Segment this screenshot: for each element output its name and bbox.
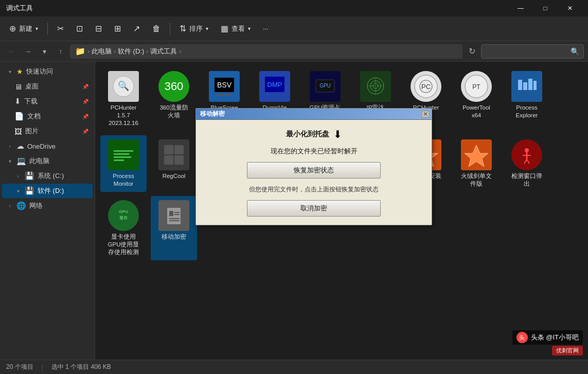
cancel-encrypt-button[interactable]: 取消加密 [247, 200, 381, 217]
file-item-procmon[interactable]: ProcessMonitor [100, 135, 147, 192]
pin-icon-3: 📌 [82, 114, 88, 119]
sidebar-item-sys-drive[interactable]: › 💾 系统 (C:) [2, 169, 93, 183]
onedrive-expand-icon: › [6, 143, 13, 150]
file-label: PCHunter1.5.72023.12.16 [109, 104, 138, 127]
svg-rect-37 [164, 145, 173, 154]
file-label: RegCool [163, 172, 186, 180]
svg-rect-40 [174, 155, 184, 165]
this-pc-expand-icon: ▾ [6, 157, 13, 165]
file-label: ProcessExplorer [516, 104, 538, 119]
svg-rect-70 [169, 218, 180, 219]
svg-rect-34 [114, 156, 131, 158]
svg-rect-33 [114, 153, 129, 155]
view-icon: ▦ [221, 24, 228, 33]
sidebar: ▾ ★ 快速访问 🖥 桌面 📌 ⬇ 下载 📌 📄 文档 📌 🖼 图片 📌 › ☁ [0, 62, 95, 360]
delete-icon: 🗑 [152, 24, 161, 33]
file-item-powertool[interactable]: PT PowerToolx64 [453, 67, 500, 131]
file-label: 显卡使用GPU使用显存使用检测 [108, 233, 139, 256]
svg-rect-32 [114, 150, 133, 152]
svg-rect-7 [218, 94, 224, 96]
svg-rect-71 [169, 220, 180, 221]
refresh-button[interactable]: ↻ [465, 44, 479, 59]
search-box[interactable]: 🔍 [481, 44, 584, 59]
downloads-icon: ⬇ [14, 97, 21, 106]
pin-icon-2: 📌 [82, 99, 88, 104]
new-button[interactable]: ⊕ 新建 ▾ [4, 21, 43, 37]
up-button[interactable]: ↑ [54, 44, 68, 59]
restore-encrypt-button[interactable]: 恢复加密状态 [247, 162, 381, 179]
svg-rect-39 [164, 155, 173, 165]
more-button[interactable]: ··· [258, 22, 274, 35]
window-title: 调式工具 [6, 4, 33, 13]
sidebar-item-downloads[interactable]: ⬇ 下载 📌 [2, 94, 93, 109]
svg-rect-30 [533, 81, 537, 90]
svg-rect-28 [523, 82, 527, 90]
file-item-360[interactable]: 360 360流量防火墙 [151, 67, 197, 131]
file-label: 检测窗口弹出 [511, 172, 542, 188]
recent-button[interactable]: ▾ [37, 44, 51, 59]
paste-button[interactable]: ⊟ [90, 21, 107, 37]
soft-drive-expand-icon: ▾ [14, 187, 22, 194]
forward-button[interactable]: → [21, 44, 35, 59]
file-item-pchunter157[interactable]: 🔍 PCHunter1.5.72023.12.16 [100, 67, 147, 131]
sidebar-item-documents[interactable]: 📄 文档 📌 [2, 109, 93, 123]
svg-rect-68 [174, 212, 180, 213]
move-icon: ⊞ [114, 24, 121, 33]
file-item-regcool[interactable]: RegCool [151, 135, 197, 192]
file-item-move[interactable]: 移动加密 [151, 196, 197, 260]
dialog-header-row: 最小化到托盘 ⬇ [286, 128, 342, 140]
breadcrumb[interactable]: 📁 › 此电脑 › 软件 (D:) › 调式工具 › [70, 44, 462, 59]
file-item-detect[interactable]: 检测窗口弹出 [504, 135, 550, 192]
svg-rect-27 [518, 80, 522, 90]
svg-rect-35 [114, 159, 124, 161]
new-dropdown-icon: ▾ [35, 26, 38, 31]
sidebar-item-desktop[interactable]: 🖥 桌面 📌 [2, 79, 93, 94]
sidebar-item-pictures[interactable]: 🖼 图片 📌 [2, 124, 93, 138]
onedrive-label: OneDrive [27, 143, 56, 150]
cut-button[interactable]: ✂ [52, 21, 69, 37]
sidebar-section-quick-access[interactable]: ▾ ★ 快速访问 [2, 64, 93, 79]
breadcrumb-pc[interactable]: 此电脑 [92, 47, 112, 56]
toolbar-separator-2 [170, 23, 170, 35]
sidebar-section-onedrive[interactable]: › ☁ OneDrive [2, 139, 93, 153]
delete-button[interactable]: 🗑 [147, 21, 166, 37]
back-button[interactable]: ← [4, 44, 19, 59]
status-selected: 选中 1 个项目 406 KB [51, 363, 111, 371]
copy-button[interactable]: ⊡ [71, 21, 88, 37]
cut-icon: ✂ [57, 24, 64, 33]
file-item-gpu2[interactable]: GPU显存 显卡使用GPU使用显存使用检测 [100, 196, 147, 260]
svg-text:PC: PC [421, 83, 431, 91]
more-label: ··· [263, 25, 269, 32]
view-label: 查看 [231, 24, 245, 33]
move-button[interactable]: ⊞ [109, 21, 126, 37]
svg-text:🔍: 🔍 [118, 80, 130, 92]
file-item-sword-single[interactable]: 火绒剑单文件版 [453, 135, 500, 192]
toolbar: ⊕ 新建 ▾ ✂ ⊡ ⊟ ⊞ ↗ 🗑 ⇅ 排序 ▾ ▦ 查看 ▾ ··· [0, 16, 588, 41]
view-button[interactable]: ▦ 查看 ▾ [216, 21, 256, 37]
sidebar-section-network[interactable]: › 🌐 网络 [2, 199, 93, 213]
status-total: 20 个项目 [6, 363, 33, 371]
status-bar: 20 个项目 | 选中 1 个项目 406 KB [0, 360, 588, 374]
share-button[interactable]: ↗ [128, 21, 145, 37]
dialog-close-button[interactable]: ✕ [421, 111, 430, 118]
minimize-button[interactable]: — [509, 0, 532, 16]
pictures-label: 图片 [25, 127, 39, 136]
desktop-label: 桌面 [25, 82, 39, 91]
svg-rect-69 [174, 214, 180, 215]
file-item-procexp[interactable]: ProcessExplorer [504, 67, 550, 131]
svg-rect-38 [174, 145, 184, 154]
soft-drive-label: 软件 (D:) [38, 186, 64, 195]
dialog-description: 现在您的文件夹已经暂时解开 [271, 147, 358, 156]
paste-icon: ⊟ [95, 24, 102, 33]
quick-access-expand-icon: ▾ [6, 68, 13, 75]
breadcrumb-drive[interactable]: 软件 (D:) [118, 47, 144, 56]
sort-icon: ⇅ [180, 24, 186, 33]
svg-rect-29 [528, 79, 532, 90]
maximize-button[interactable]: □ [533, 0, 557, 16]
breadcrumb-folder[interactable]: 调式工具 [150, 47, 177, 56]
sidebar-item-soft-drive[interactable]: ▾ 💾 软件 (D:) [2, 184, 93, 198]
sidebar-section-this-pc[interactable]: ▾ 💻 此电脑 [2, 154, 93, 168]
share-icon: ↗ [133, 24, 140, 33]
close-button[interactable]: ✕ [558, 0, 582, 16]
sort-button[interactable]: ⇅ 排序 ▾ [174, 21, 213, 37]
